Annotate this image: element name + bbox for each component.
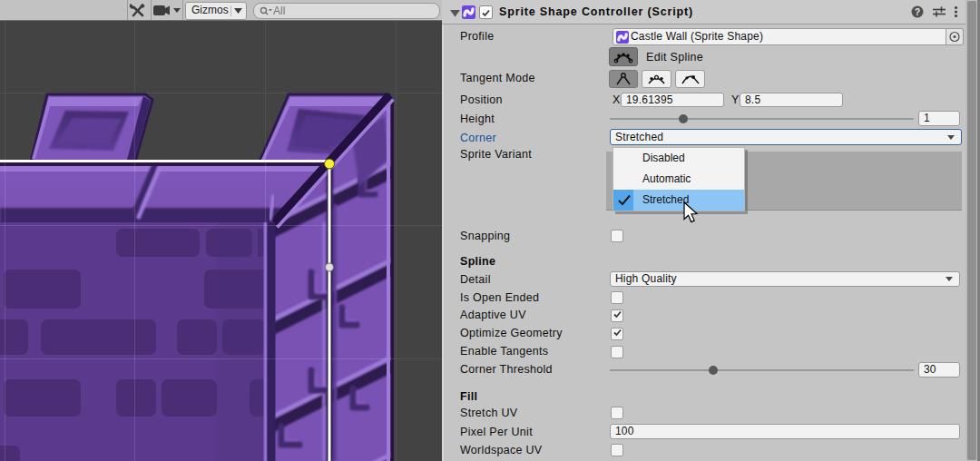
svg-text:?: ? bbox=[915, 7, 920, 17]
